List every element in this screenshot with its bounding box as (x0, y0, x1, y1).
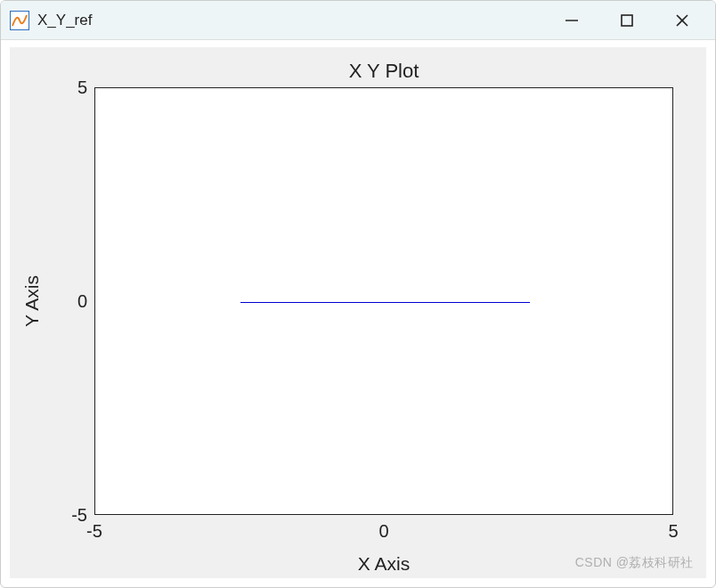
titlebar[interactable]: X_Y_ref (1, 1, 715, 40)
svg-rect-2 (622, 15, 632, 26)
y-tick-label: -5 (52, 505, 87, 526)
watermark-text: CSDN @荔枝科研社 (575, 555, 694, 571)
close-button[interactable] (655, 3, 710, 38)
x-tick-label: -5 (86, 521, 102, 542)
y-tick-label: 5 (52, 78, 87, 98)
x-tick-label: 0 (378, 521, 388, 542)
chart-title: X Y Plot (94, 60, 673, 83)
figure-window: X_Y_ref X Y Plot Y Axis -505 -505 X Axis… (0, 0, 716, 588)
y-axis-label: Y Axis (20, 87, 44, 515)
maximize-button[interactable] (599, 3, 655, 38)
plot-axes[interactable] (94, 87, 673, 515)
window-title: X_Y_ref (37, 12, 92, 29)
minimize-button[interactable] (544, 3, 599, 38)
y-tick-label: 0 (52, 291, 87, 312)
figure-canvas: X Y Plot Y Axis -505 -505 X Axis CSDN @荔… (10, 47, 706, 578)
series-line (240, 302, 530, 303)
matlab-figure-icon (10, 11, 29, 30)
x-tick-label: 5 (668, 521, 678, 542)
